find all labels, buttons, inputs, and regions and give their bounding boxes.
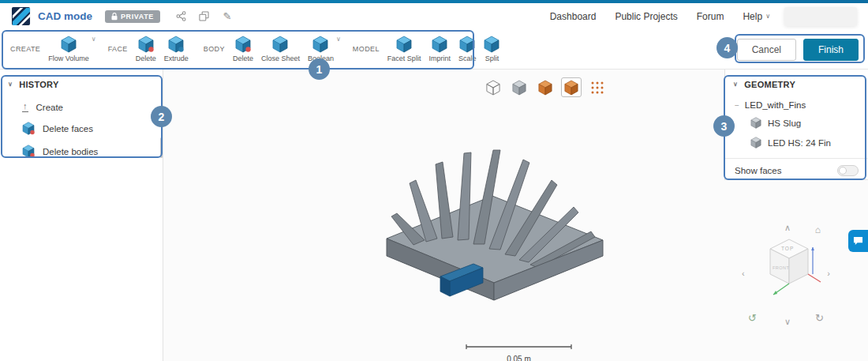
group-label-create: CREATE [10, 45, 40, 53]
tool-scale[interactable]: Scale [455, 34, 481, 64]
show-faces-row: Show faces [725, 158, 868, 182]
rotate-down-arrow[interactable]: ∨ [784, 318, 791, 326]
body-icon [750, 117, 761, 129]
annotation-circle-4: 4 [716, 37, 738, 58]
rotate-up-arrow[interactable]: ∧ [784, 224, 791, 232]
viewport-toolbar [483, 77, 608, 97]
roll-cw-icon[interactable]: ↻ [815, 313, 824, 323]
annotation-circle-3: 3 [713, 115, 735, 137]
action-buttons: Cancel Finish [737, 39, 859, 61]
facet-split-icon [396, 36, 412, 53]
create-icon: ↑ [22, 102, 28, 112]
group-label-face: FACE [108, 45, 128, 53]
tool-face-delete[interactable]: Delete [132, 34, 160, 64]
history-item-create[interactable]: ↑ Create [0, 97, 163, 117]
nav-help-label: Help [743, 11, 762, 22]
page-title: CAD mode [38, 10, 92, 22]
close-sheet-icon [272, 36, 288, 53]
duplicate-icon[interactable] [199, 11, 210, 22]
nav-public-projects[interactable]: Public Projects [615, 11, 677, 22]
cancel-button[interactable]: Cancel [737, 39, 796, 61]
tree-node-hs-slug[interactable]: HS Slug [725, 113, 868, 133]
share-icon[interactable] [176, 11, 187, 22]
roll-ccw-icon[interactable]: ↺ [748, 313, 757, 323]
finish-button[interactable]: Finish [803, 39, 859, 61]
body-icon [750, 137, 761, 149]
scale-icon [459, 36, 475, 53]
heatsink-model [372, 144, 617, 310]
toolbar-group-model: MODEL Facet Split Imprint Scale Split [347, 34, 510, 64]
rotate-left-arrow[interactable]: ‹ [742, 269, 745, 278]
simscale-logo [11, 6, 31, 26]
geometry-header[interactable]: ∨ GEOMETRY [725, 70, 868, 97]
toolbar-group-face: FACE Delete Extrude [103, 34, 198, 64]
view-cube-front-label: FRONT [773, 265, 790, 270]
group-label-body: BODY [204, 45, 225, 53]
split-icon [484, 36, 499, 53]
history-item-delete-bodies[interactable]: Delete bodies [0, 140, 163, 163]
tool-imprint[interactable]: Imprint [425, 34, 455, 64]
nav-forum[interactable]: Forum [697, 11, 724, 22]
tool-facet-split[interactable]: Facet Split [383, 34, 425, 64]
history-scrollbar[interactable] [160, 137, 163, 158]
face-delete-icon [138, 36, 154, 53]
isometric-view-icon[interactable] [483, 77, 503, 97]
toggle-knob [839, 167, 847, 175]
history-panel: ∨ HISTORY ↑ Create Delete faces Delete b… [0, 70, 163, 361]
delete-faces-icon [22, 122, 35, 135]
tree-expander-icon[interactable]: − [735, 101, 739, 110]
chat-button[interactable] [848, 230, 868, 252]
nav-dashboard[interactable]: Dashboard [550, 11, 597, 22]
rotate-right-arrow[interactable]: › [827, 269, 830, 278]
app-header: CAD mode PRIVATE [0, 3, 868, 29]
history-collapse-icon: ∨ [8, 81, 13, 88]
tree-node-led-hs-24-fin[interactable]: LED HS: 24 Fin [725, 133, 868, 152]
lock-icon [111, 13, 118, 21]
tool-body-delete[interactable]: Delete [229, 34, 257, 64]
toolbar-group-create: CREATE Flow Volume ∨ [5, 34, 103, 64]
flow-volume-icon [61, 36, 77, 53]
view-cube-widget: ∧ ∨ ‹ › ⌂ ↺ ↻ TOP FRONT [740, 224, 838, 328]
group-label-model: MODEL [353, 45, 380, 53]
privacy-badge-label: PRIVATE [121, 13, 154, 21]
header-nav: Dashboard Public Projects Forum Help ∨ [550, 11, 770, 22]
scale-bar-label: 0.05 m [466, 355, 572, 361]
scale-bar: 0.05 m [466, 339, 572, 361]
solid-bodies-icon[interactable] [535, 77, 556, 97]
show-faces-label: Show faces [735, 166, 781, 175]
vertices-view-icon[interactable] [587, 77, 608, 97]
home-view-icon[interactable]: ⌂ [815, 225, 821, 235]
history-header[interactable]: ∨ HISTORY [0, 70, 163, 97]
history-item-delete-faces[interactable]: Delete faces [0, 117, 163, 140]
chevron-down-icon: ∨ [765, 13, 770, 20]
view-cube-top-label: TOP [781, 246, 794, 251]
tool-flow-volume[interactable]: Flow Volume [44, 34, 93, 64]
cad-mode-page: CAD mode PRIVATE [0, 0, 868, 361]
geometry-panel: ∨ GEOMETRY − LED_with_Fins HS Slug LED H… [724, 70, 868, 180]
edit-icon[interactable]: ✎ [222, 11, 233, 22]
geometry-title: GEOMETRY [744, 80, 795, 89]
annotation-circle-1: 1 [309, 58, 330, 80]
tool-close-sheet[interactable]: Close Sheet [257, 34, 304, 64]
extrude-icon [168, 36, 184, 53]
user-menu[interactable] [784, 7, 857, 26]
header-icons: ✎ [176, 11, 233, 22]
imprint-icon [432, 36, 447, 53]
shaded-view-icon[interactable] [509, 77, 529, 97]
delete-bodies-icon [22, 145, 35, 158]
tool-extrude[interactable]: Extrude [160, 34, 193, 64]
chat-bubble-icon [853, 236, 863, 246]
sheet-bodies-icon[interactable] [561, 77, 582, 97]
flow-volume-dropdown-icon[interactable]: ∨ [92, 36, 96, 43]
show-faces-toggle[interactable] [837, 165, 859, 176]
boolean-dropdown-icon[interactable]: ∨ [336, 36, 341, 43]
scale-bar-line [466, 344, 572, 350]
geometry-collapse-icon: ∨ [733, 81, 738, 88]
tree-node-led-with-fins[interactable]: − LED_with_Fins [725, 97, 868, 113]
nav-help[interactable]: Help ∨ [743, 11, 770, 22]
annotation-circle-2: 2 [151, 106, 172, 127]
body-delete-icon [235, 36, 251, 53]
boolean-icon [312, 36, 328, 53]
history-title: HISTORY [19, 80, 58, 89]
tool-split[interactable]: Split [480, 34, 503, 64]
